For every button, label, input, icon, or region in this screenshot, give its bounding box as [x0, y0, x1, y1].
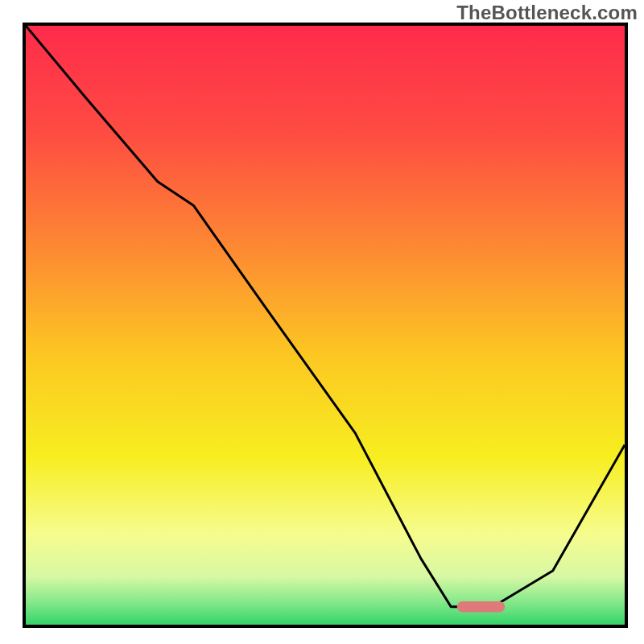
watermark-label: TheBottleneck.com: [456, 2, 638, 24]
plot-frame: [23, 23, 628, 628]
highlight-marker: [457, 601, 506, 612]
plot-overlay: [26, 26, 625, 625]
chart-stage: TheBottleneck.com: [0, 0, 644, 644]
curve-line: [26, 26, 625, 607]
